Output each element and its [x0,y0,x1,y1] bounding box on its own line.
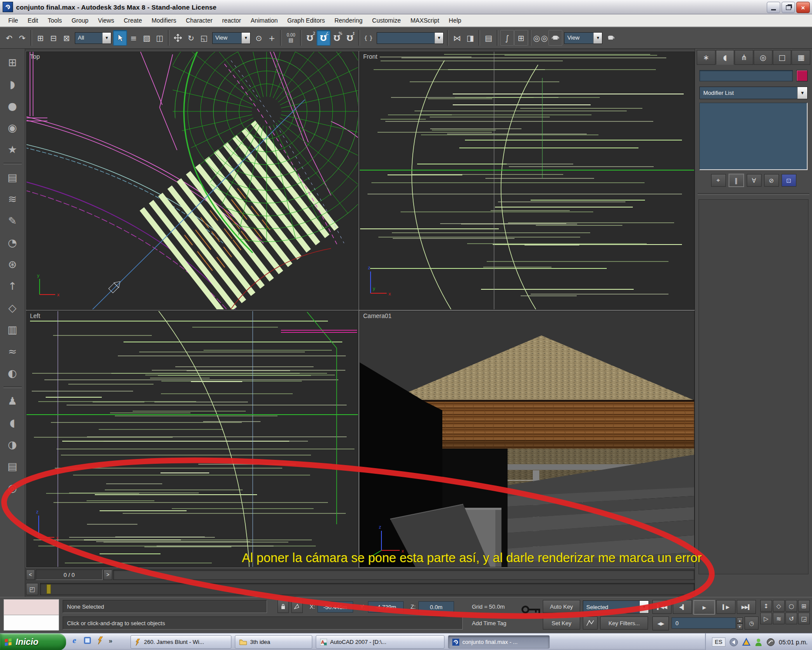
viewport-front[interactable]: Front zyx [359,51,695,310]
language-bar-restore-icon[interactable] [729,638,738,647]
menu-create[interactable]: Create [119,15,147,26]
spinner-snap-icon[interactable]: Ω↕ [344,30,357,45]
align-icon[interactable]: ◨ [464,30,477,45]
language-indicator[interactable]: ES [712,637,725,647]
cubes-icon[interactable]: ⊞ [3,54,22,71]
car-icon[interactable]: ◇ [3,299,22,317]
current-frame-field[interactable]: 0 [672,617,736,629]
tab-create-icon[interactable]: ∗ [697,50,715,65]
track-bar-groove[interactable] [40,583,695,595]
time-slider-prev-button[interactable]: < [26,570,35,580]
tab-modify-icon[interactable]: ◖ [716,50,735,65]
viewport-top-label[interactable]: Top [30,53,40,60]
play-button[interactable]: ▶ [693,600,715,615]
go-to-end-button[interactable]: ▶▶▍ [737,600,756,614]
spinning-top-icon[interactable]: ◉ [3,119,22,137]
select-and-scale-icon[interactable]: ◱ [197,30,211,45]
start-button[interactable]: Inicio [0,633,66,650]
use-center-icon[interactable]: ⊙ [252,30,265,45]
maxscript-mini-listener[interactable] [3,599,59,630]
curve-editor-icon[interactable]: ∫ [500,30,514,46]
z-coordinate-field[interactable]: 0.0m [418,601,454,613]
schematic-view-icon[interactable]: ⊞ [514,30,528,46]
tab-motion-icon[interactable]: ◎ [754,50,772,65]
weathervane-icon[interactable]: ↑ [3,278,22,295]
restore-button[interactable] [782,2,795,13]
next-frame-button[interactable]: ▍▶ [716,600,735,614]
spinner-down-icon[interactable]: ▼ [737,623,743,630]
viewport-left[interactable]: Left zx [26,311,358,567]
menu-customize[interactable]: Customize [368,15,406,26]
mirror-icon[interactable]: ⋈ [451,30,464,45]
object-color-swatch[interactable] [796,70,808,81]
zoom-extents-button[interactable]: ○ [785,600,797,612]
close-button[interactable]: × [796,2,810,13]
menu-reactor[interactable]: reactor [217,15,246,26]
time-configuration-button[interactable]: ◷ [745,616,759,630]
dropdown-arrow-icon[interactable]: ▼ [593,33,602,44]
configure-modifier-sets-icon[interactable]: ⊡ [782,174,796,187]
select-and-move-icon[interactable] [171,30,184,45]
menu-animation[interactable]: Animation [246,15,282,26]
menu-rendering[interactable]: Rendering [330,15,368,26]
frame-spinner[interactable]: ▲ ▼ [737,617,743,630]
taskbar-task-folder[interactable]: 3th idea [235,635,312,649]
snaps-toggle-icon[interactable]: Ω2 [304,30,317,45]
angle-snap-icon[interactable]: Ω∠ [317,30,331,46]
object-name-field[interactable] [699,70,793,81]
viewport-front-label[interactable]: Front [363,53,378,60]
render-type-dropdown[interactable]: View ▼ [564,32,602,44]
set-key-button[interactable]: Set Key [543,616,580,630]
arc-rotate-button[interactable]: ↺ [785,613,797,624]
dropdown-arrow-icon[interactable]: ▼ [797,87,807,99]
quick-render-icon[interactable] [604,30,617,45]
open-mini-curve-editor-icon[interactable]: ◰ [26,583,38,595]
window-crossing-icon[interactable]: ◫ [153,30,166,45]
tshirt-c-icon[interactable]: ◗ [3,76,22,93]
viewport-camera[interactable]: Camera01 [359,311,695,567]
coil-icon[interactable]: ≋ [3,191,22,208]
select-and-link-icon[interactable]: ⊞ [34,30,47,45]
go-to-start-button[interactable]: ▍◀◀ [652,600,672,614]
animate-selection-dropdown[interactable]: Selected ▼ [583,600,649,613]
menu-modifiers[interactable]: Modifiers [147,15,181,26]
messenger-contact-icon[interactable] [755,638,762,647]
named-selection-dropdown[interactable]: ▼ [377,32,444,44]
viewport-camera-label[interactable]: Camera01 [363,312,391,319]
bluetooth-app-icon[interactable] [83,636,92,645]
redo-icon[interactable]: ↷ [16,30,29,45]
maxscript-macro-field[interactable] [4,600,59,615]
waves-icon[interactable]: ≈ [3,343,22,360]
zoom-button[interactable]: ↕ [760,600,772,612]
select-object-icon[interactable] [113,30,127,46]
ball-m-icon[interactable]: ◑ [3,436,22,453]
remove-modifier-icon[interactable]: ⊘ [764,174,779,187]
spinner-up-icon[interactable]: ▲ [737,617,743,623]
pan-button[interactable]: ≋ [773,613,785,624]
zoom-extents-all-button[interactable]: ⊞ [798,600,810,612]
min-max-toggle-button[interactable]: ◲ [798,613,810,624]
viewport-left-label[interactable]: Left [30,312,40,319]
dropdown-arrow-icon[interactable]: ▼ [102,33,111,44]
menu-file[interactable]: File [3,15,23,26]
tab-hierarchy-icon[interactable]: ⋔ [735,50,753,65]
menu-maxscript[interactable]: MAXScript [406,15,444,26]
unlink-selection-icon[interactable]: ⊟ [47,30,60,45]
select-by-name-icon[interactable]: ≡ [127,30,140,45]
rectangular-selection-region-icon[interactable]: ▧ [140,30,153,45]
time-marker[interactable] [47,584,51,594]
tshirt-m-icon[interactable]: ◖ [3,414,22,432]
transform-typein-icon[interactable]: 0.00 ▤ [284,30,298,45]
modifier-stack-list[interactable] [699,103,808,170]
menu-edit[interactable]: Edit [23,15,43,26]
star-icon[interactable]: ★ [3,141,22,158]
render-scene-icon[interactable] [548,30,562,46]
sphere-icon[interactable]: ● [3,97,22,115]
layer-manager-icon[interactable]: ▤ [482,30,495,45]
minimize-button[interactable] [767,2,780,13]
taskbar-task-winamp[interactable]: 260. James Blunt - Wi... [130,635,231,649]
select-and-rotate-icon[interactable]: ↻ [184,30,197,45]
marker-icon[interactable]: ✎ [3,212,22,230]
volume-icon[interactable] [766,638,775,647]
quick-launch-overflow-chevron[interactable]: » [109,637,112,644]
